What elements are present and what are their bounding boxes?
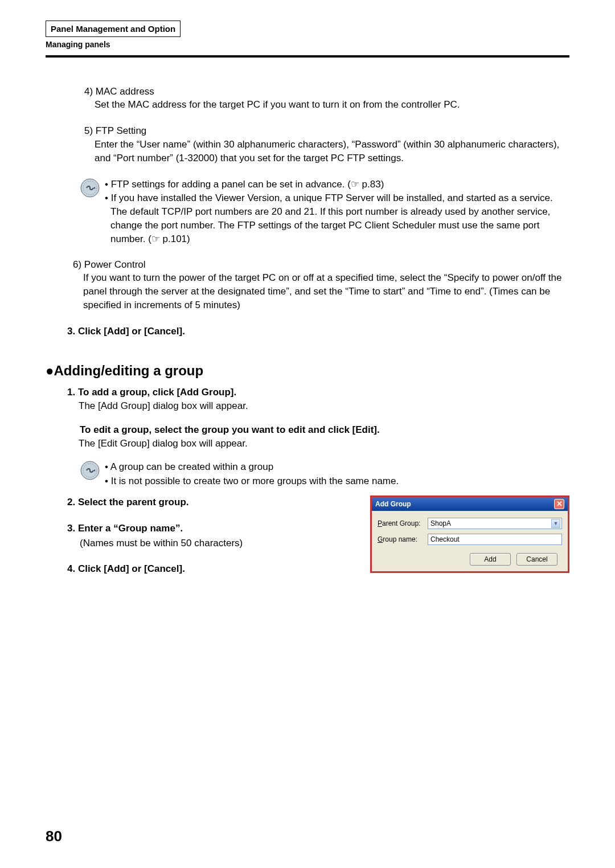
step-3b-bold: 3. Enter a “Group name”. xyxy=(67,522,356,535)
item-title: Power Control xyxy=(84,259,146,270)
header-subtitle: Managing panels xyxy=(46,39,569,51)
group-name-value: Checkout xyxy=(430,535,460,544)
dialog-title-text: Add Group xyxy=(375,499,411,509)
step-3: 3. Click [Add] or [Cancel]. xyxy=(67,325,569,338)
chevron-down-icon[interactable]: ▼ xyxy=(551,519,560,528)
item-title: FTP Setting xyxy=(96,125,146,136)
note-bullet: • A group can be created within a group xyxy=(105,460,569,474)
item-title: MAC address xyxy=(96,86,154,97)
item-desc: Enter the “User name” (within 30 alphanu… xyxy=(95,138,569,165)
step-1b-body: The [Edit Group] dialog box will appear. xyxy=(79,437,569,451)
step-2-bold: 2. Select the parent group. xyxy=(67,496,356,509)
item-number: 6) xyxy=(73,259,81,270)
tips-icon xyxy=(80,460,100,481)
add-button[interactable]: Add xyxy=(470,553,511,566)
group-name-input[interactable]: Checkout xyxy=(428,534,562,545)
parent-group-value: ShopA xyxy=(430,519,451,529)
note-bullet: • FTP settings for adding a panel can be… xyxy=(105,178,569,191)
add-group-dialog: Add Group ✕ Parent Group: ShopA ▼ Gro xyxy=(370,496,569,573)
group-name-label: Group name: xyxy=(378,535,424,544)
parent-group-label: Parent Group: xyxy=(378,519,424,529)
section-heading: ●Adding/editing a group xyxy=(46,361,569,380)
step-3b-body: (Names must be within 50 characters) xyxy=(80,537,356,550)
step-1-body: The [Add Group] dialog box will appear. xyxy=(79,399,569,413)
list-item-5: 5) FTP Setting Enter the “User name” (wi… xyxy=(84,124,569,165)
step-1-bold: 1. To add a group, click [Add Group]. xyxy=(67,386,569,399)
item-desc: Set the MAC address for the target PC if… xyxy=(95,98,569,112)
cancel-button[interactable]: Cancel xyxy=(516,553,557,566)
note-bullet: • If you have installed the Viewer Versi… xyxy=(105,191,569,245)
step-1b-bold: To edit a group, select the group you wa… xyxy=(80,423,569,437)
item-desc: If you want to turn the power of the tar… xyxy=(83,271,569,312)
tips-icon xyxy=(80,178,100,198)
note-block-2: • A group can be created within a group … xyxy=(80,460,569,489)
page-number: 80 xyxy=(46,826,62,846)
note-block-1: • FTP settings for adding a panel can be… xyxy=(80,178,569,247)
parent-group-select[interactable]: ShopA ▼ xyxy=(428,518,562,529)
header-category: Panel Management and Option xyxy=(46,21,181,37)
item-number: 4) xyxy=(84,86,93,97)
list-item-4: 4) MAC address Set the MAC address for t… xyxy=(84,85,569,112)
dialog-titlebar: Add Group ✕ xyxy=(372,497,568,511)
list-item-6: 6) Power Control If you want to turn the… xyxy=(73,258,569,312)
step-4-bold: 4. Click [Add] or [Cancel]. xyxy=(67,562,356,576)
note-bullet: • It is not possible to create two or mo… xyxy=(105,474,569,488)
header-divider xyxy=(46,55,569,58)
item-number: 5) xyxy=(84,125,93,136)
close-icon[interactable]: ✕ xyxy=(554,499,564,509)
